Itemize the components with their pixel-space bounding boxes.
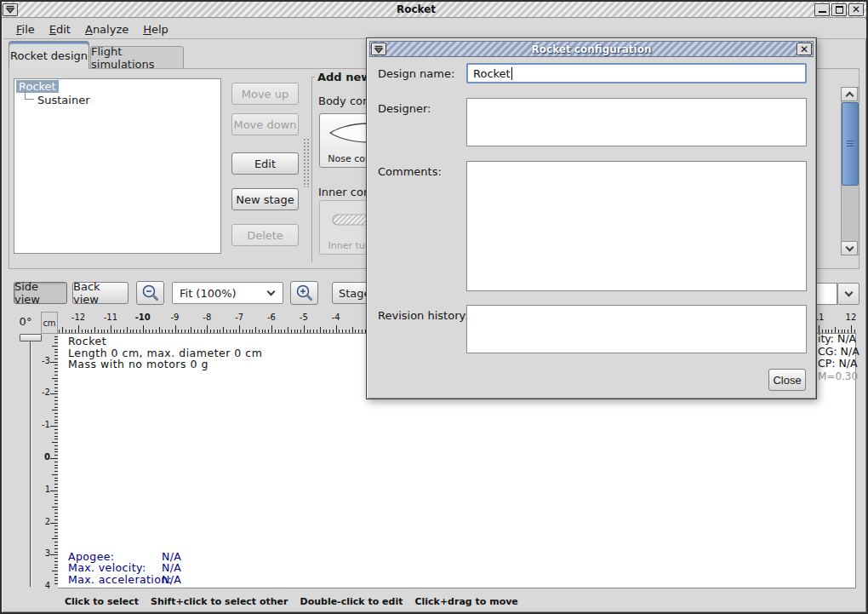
ruler-tick bbox=[104, 330, 105, 333]
ruler-tick bbox=[159, 327, 160, 333]
rocket-info-text: Rocket Length 0 cm, max. diameter 0 cm M… bbox=[68, 336, 262, 370]
menu-help[interactable]: Help bbox=[138, 21, 174, 37]
dialog-close-button[interactable]: ✕ bbox=[797, 43, 812, 55]
ruler-tick bbox=[342, 330, 343, 333]
flight-data-row: Max. velocity:N/A bbox=[68, 562, 181, 573]
window-title: Rocket bbox=[19, 3, 814, 15]
comments-textarea[interactable] bbox=[466, 161, 807, 291]
ruler-tick bbox=[127, 327, 128, 333]
ruler-tick bbox=[310, 330, 311, 333]
rotation-slider-handle[interactable] bbox=[20, 334, 42, 341]
zoom-in-button[interactable] bbox=[290, 281, 318, 305]
ruler-tick bbox=[320, 327, 321, 333]
scrollbar-thumb[interactable] bbox=[842, 102, 859, 186]
delete-button[interactable]: Delete bbox=[231, 224, 299, 246]
scroll-down-button[interactable] bbox=[841, 241, 858, 255]
move-up-button[interactable]: Move up bbox=[231, 83, 299, 105]
ruler-tick bbox=[50, 426, 58, 427]
back-view-button[interactable]: Back view bbox=[72, 282, 128, 304]
ruler-tick bbox=[207, 325, 208, 333]
flight-data-text: Apogee:N/AMax. velocity:N/AMax. accelera… bbox=[68, 551, 181, 585]
v-ruler-label: 1 bbox=[41, 485, 50, 494]
h-ruler-label: -9 bbox=[164, 313, 186, 322]
ruler-tick bbox=[226, 330, 227, 333]
revision-history-textarea[interactable] bbox=[466, 305, 807, 353]
zoom-level-combo[interactable]: Fit (100%) bbox=[172, 282, 283, 304]
designer-textarea[interactable] bbox=[466, 98, 807, 146]
tree-connector-line bbox=[25, 89, 34, 100]
v-ruler-label: -1 bbox=[41, 420, 50, 429]
ruler-tick bbox=[85, 330, 86, 333]
ruler-tick bbox=[349, 330, 350, 333]
button-label: Edit bbox=[254, 158, 276, 170]
ruler-unit-box: cm bbox=[41, 312, 58, 334]
h-ruler-label: -11 bbox=[100, 313, 122, 322]
tab-flight-simulations[interactable]: Flight simulations bbox=[90, 46, 184, 69]
window-menu-button[interactable] bbox=[3, 3, 18, 16]
ruler-tick bbox=[204, 330, 205, 333]
v-ruler-label: 2 bbox=[41, 517, 50, 526]
ruler-tick bbox=[243, 330, 243, 333]
ruler-tick bbox=[94, 327, 95, 333]
ruler-tick bbox=[130, 330, 131, 333]
menu-analyze[interactable]: Analyze bbox=[80, 21, 134, 37]
stability-line: ity: N/A bbox=[818, 333, 859, 346]
ruler-tick bbox=[78, 325, 79, 333]
h-ruler-label: 12 bbox=[840, 313, 856, 322]
new-stage-button[interactable]: New stage bbox=[231, 188, 299, 210]
v-ruler-label: -2 bbox=[41, 387, 50, 397]
dialog-titlebar: Rocket configuration ✕ bbox=[369, 41, 814, 57]
ruler-tick bbox=[52, 378, 58, 379]
flight-config-combo-button[interactable] bbox=[837, 283, 859, 305]
component-tree[interactable]: RocketSustainer bbox=[14, 78, 221, 254]
scroll-up-button[interactable] bbox=[841, 87, 858, 101]
button-label: Move up bbox=[242, 88, 289, 100]
ruler-tick bbox=[107, 330, 108, 333]
ruler-tick bbox=[117, 330, 117, 333]
zoom-level-value: Fit (100%) bbox=[180, 287, 237, 300]
maximize-icon bbox=[836, 6, 843, 14]
splitter-handle[interactable] bbox=[303, 138, 310, 187]
ruler-tick bbox=[220, 330, 220, 333]
ruler-tick bbox=[297, 330, 298, 333]
menu-file[interactable]: File bbox=[11, 21, 40, 37]
tree-item-rocket[interactable]: Rocket bbox=[14, 80, 220, 94]
comments-label: Comments: bbox=[378, 165, 442, 178]
dialog-close-action-button[interactable]: Close bbox=[768, 369, 806, 391]
design-name-input[interactable]: Rocket bbox=[466, 63, 807, 83]
side-view-button[interactable]: Side view bbox=[14, 282, 67, 304]
ruler-tick bbox=[304, 325, 305, 333]
h-ruler-label: -7 bbox=[228, 313, 250, 322]
tab-rocket-design[interactable]: Rocket design bbox=[9, 41, 89, 69]
ruler-tick bbox=[262, 330, 263, 333]
minimize-button[interactable] bbox=[814, 3, 830, 16]
ruler-tick bbox=[217, 330, 218, 333]
zoom-out-button[interactable] bbox=[136, 281, 164, 305]
v-ruler-label: -3 bbox=[41, 356, 50, 365]
ruler-tick bbox=[52, 507, 58, 508]
ruler-tick bbox=[114, 330, 115, 333]
v-ruler-label: 0 bbox=[41, 452, 50, 462]
dialog-window-menu-button[interactable] bbox=[371, 43, 386, 55]
window-menu-icon bbox=[373, 44, 385, 55]
ruler-tick bbox=[284, 330, 285, 333]
ruler-tick bbox=[317, 330, 317, 333]
ruler-tick bbox=[214, 330, 214, 333]
menu-edit[interactable]: Edit bbox=[44, 21, 76, 37]
maximize-button[interactable] bbox=[831, 3, 847, 16]
rotation-slider-track[interactable] bbox=[30, 341, 31, 587]
window-menu-icon bbox=[4, 4, 16, 14]
edit-button[interactable]: Edit bbox=[231, 152, 299, 175]
status-hint: Click to select bbox=[65, 596, 139, 607]
button-label: New stage bbox=[236, 193, 294, 206]
ruler-tick bbox=[140, 330, 140, 333]
close-button[interactable]: ✕ bbox=[848, 3, 864, 16]
ruler-tick bbox=[268, 330, 269, 333]
tree-item-sustainer[interactable]: Sustainer bbox=[14, 94, 220, 107]
ruler-tick bbox=[352, 327, 353, 333]
move-down-button[interactable]: Move down bbox=[231, 113, 299, 135]
ruler-tick bbox=[271, 325, 272, 333]
h-ruler-label: -12 bbox=[67, 313, 89, 322]
ruler-tick bbox=[52, 474, 58, 475]
component-scrollbar[interactable] bbox=[841, 87, 859, 255]
